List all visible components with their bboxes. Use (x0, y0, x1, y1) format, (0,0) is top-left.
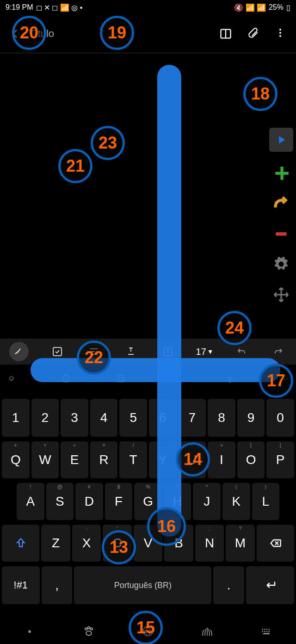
nav-keyboard-icon[interactable] (258, 623, 275, 639)
key-r[interactable]: =R (90, 441, 118, 478)
key-m[interactable]: ?M (226, 525, 255, 562)
marker-14: 14 (176, 442, 210, 477)
key-a[interactable]: !A (17, 483, 44, 520)
status-battery: 25% (269, 3, 284, 12)
svg-point-3 (279, 32, 281, 34)
keyboard: 1 2 3 4 5 6 7 8 9 0 +Q ×W ÷E =R /T _Y <U… (0, 399, 296, 609)
key-p[interactable]: ]P (266, 441, 294, 478)
key-q[interactable]: +Q (2, 441, 30, 478)
marker-23: 23 (91, 126, 125, 160)
key-n[interactable]: ;N (195, 525, 224, 562)
key-l[interactable]: )L (252, 483, 280, 520)
kb-row-4: !#1 , Português (BR) . (2, 566, 294, 604)
svg-rect-33 (266, 631, 267, 632)
attachment-icon[interactable] (247, 27, 260, 40)
status-time: 9:19 PM (6, 3, 33, 12)
svg-point-21 (91, 628, 93, 630)
marker-15: 15 (129, 611, 163, 644)
key-enter[interactable] (246, 566, 294, 604)
redo-arrow-icon[interactable] (271, 193, 291, 213)
kb-row-numbers: 1 2 3 4 5 6 7 8 9 0 (2, 399, 294, 437)
key-i[interactable]: >I (208, 441, 235, 478)
key-7[interactable]: 7 (179, 399, 206, 437)
svg-point-20 (85, 628, 87, 630)
key-o[interactable]: [O (237, 441, 265, 478)
underline-icon[interactable] (123, 343, 139, 360)
status-bar: 9:19 PM ◻ ✕ ◻ 📶 ◎ • 🔇 📶 📶 25% ▯ (0, 0, 296, 15)
svg-rect-6 (53, 347, 62, 356)
svg-point-4 (279, 35, 281, 37)
key-9[interactable]: 9 (237, 399, 265, 437)
key-8[interactable]: 8 (208, 399, 235, 437)
svg-point-23 (86, 631, 92, 635)
move-icon[interactable] (271, 285, 291, 304)
svg-rect-30 (269, 629, 270, 630)
key-d[interactable]: #D (75, 483, 103, 520)
key-z[interactable]: Z (41, 525, 70, 562)
svg-rect-27 (262, 629, 263, 630)
key-x[interactable]: -X (72, 525, 101, 562)
font-size-select[interactable]: 17▼ (197, 343, 213, 360)
svg-rect-31 (262, 631, 263, 632)
svg-point-22 (88, 627, 90, 629)
marker-24: 24 (217, 311, 252, 345)
key-shift[interactable] (2, 525, 39, 562)
key-space[interactable]: Português (BR) (74, 566, 211, 604)
kb-row-2: !A @S #D $F %G &H *J (K )L (2, 483, 294, 520)
svg-rect-35 (263, 633, 270, 634)
nav-dot-icon[interactable]: ● (21, 623, 38, 639)
marker-20: 20 (12, 16, 46, 50)
emoji-icon[interactable]: ☺ (5, 372, 18, 385)
gear-icon[interactable] (271, 254, 291, 274)
pen-tool[interactable] (9, 342, 29, 361)
play-button[interactable] (269, 128, 293, 152)
key-1[interactable]: 1 (2, 399, 30, 437)
kb-row-1: +Q ×W ÷E =R /T _Y <U >I [O ]P (2, 441, 294, 478)
marker-21: 21 (58, 149, 92, 183)
status-icons-right: 🔇 📶 📶 (234, 3, 266, 12)
svg-rect-32 (264, 631, 265, 632)
svg-rect-29 (266, 629, 267, 630)
marker-16: 16 (147, 507, 186, 546)
key-period[interactable]: . (213, 566, 244, 604)
key-e[interactable]: ÷E (61, 441, 88, 478)
more-icon[interactable] (275, 27, 288, 40)
svg-rect-28 (264, 629, 265, 630)
reader-icon[interactable] (219, 27, 232, 40)
key-s[interactable]: @S (46, 483, 74, 520)
overlay-horizontal-bar (31, 358, 280, 382)
key-comma[interactable]: , (42, 566, 73, 604)
svg-rect-5 (276, 232, 287, 236)
marker-18: 18 (243, 77, 278, 111)
checkbox-icon[interactable] (49, 343, 66, 360)
key-3[interactable]: 3 (61, 399, 88, 437)
plus-icon[interactable] (271, 163, 291, 182)
key-w[interactable]: ×W (31, 441, 59, 478)
svg-point-2 (279, 29, 281, 31)
nav-paw-icon[interactable] (80, 623, 97, 639)
status-icons-left: ◻ ✕ ◻ 📶 ◎ • (36, 3, 83, 12)
header-divider (0, 53, 296, 53)
undo-icon[interactable] (233, 343, 250, 360)
marker-22: 22 (77, 341, 111, 375)
key-f[interactable]: $F (105, 483, 133, 520)
marker-19: 19 (100, 16, 134, 50)
side-tools (269, 128, 293, 304)
nav-grass-icon[interactable] (199, 623, 216, 639)
key-5[interactable]: 5 (119, 399, 147, 437)
key-t[interactable]: /T (119, 441, 147, 478)
key-k[interactable]: (K (222, 483, 250, 520)
key-j[interactable]: *J (193, 483, 221, 520)
key-symbols[interactable]: !#1 (2, 566, 40, 604)
redo-icon[interactable] (270, 343, 287, 360)
key-0[interactable]: 0 (266, 399, 294, 437)
key-4[interactable]: 4 (90, 399, 118, 437)
marker-17: 17 (259, 364, 293, 398)
minus-icon[interactable] (271, 224, 291, 243)
svg-rect-34 (269, 631, 270, 632)
battery-icon: ▯ (286, 3, 290, 12)
marker-13: 13 (102, 530, 136, 564)
key-2[interactable]: 2 (31, 399, 59, 437)
key-backspace[interactable] (257, 525, 294, 562)
